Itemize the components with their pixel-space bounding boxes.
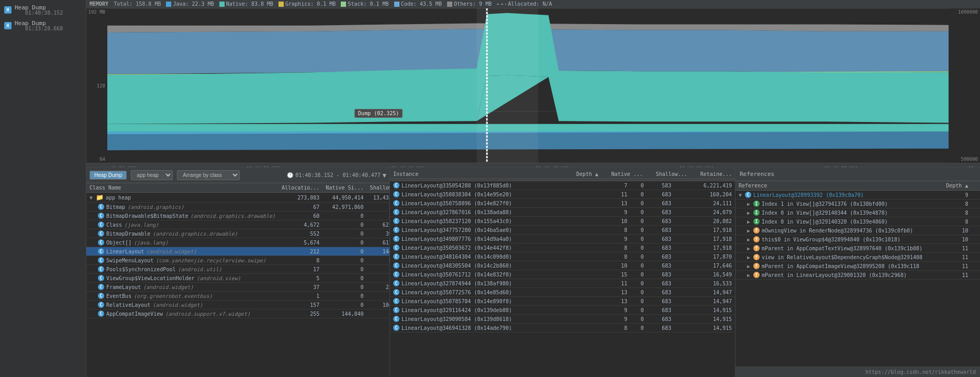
ref-table-row[interactable]: ▶fmParent in AppCompatImageView@32899520… bbox=[736, 262, 980, 271]
instance-name-text: LinearLayout@350758896 (0x14e827f0) bbox=[402, 201, 512, 206]
ref-expand-arrow[interactable]: ▶ bbox=[747, 228, 750, 234]
instance-table-container[interactable]: CLinearLayout@335054288 (0x13f885d0)7058… bbox=[390, 181, 735, 377]
ref-expand-arrow[interactable]: ▶ bbox=[747, 254, 750, 260]
ref-table-row[interactable]: ▼CLinearLayout@328993392 (0x139c0a70)906… bbox=[736, 191, 980, 199]
class-type-icon: C bbox=[98, 213, 104, 219]
instance-row[interactable]: CLinearLayout@358237120 (0x155a43c0)1006… bbox=[390, 217, 735, 226]
chart-canvas[interactable]: 192 MB 128 64 1000000 500000 bbox=[86, 8, 980, 163]
instance-row[interactable]: CLinearLayout@327867016 (0x138ada88)9068… bbox=[390, 208, 735, 217]
heap-cell-classname: CRelativeLayout (android.widget) bbox=[86, 301, 279, 309]
instance-row[interactable]: CLinearLayout@350758896 (0x14e827f0)1306… bbox=[390, 199, 735, 208]
ref-expand-arrow[interactable]: ▶ bbox=[747, 201, 750, 207]
ref-expand-arrow[interactable]: ▶ bbox=[747, 272, 750, 278]
heap-table-row[interactable]: CClass (java.lang)4,6720621,26115,977,53… bbox=[86, 220, 389, 229]
heap-table-row[interactable]: CViewGroup$ViewLocationHolder (android.v… bbox=[86, 274, 389, 283]
heap-table-container[interactable]: Class Name Allocatio... Native Si... Sha… bbox=[86, 183, 389, 377]
heap-dump-button[interactable]: Heap Dump bbox=[90, 171, 127, 180]
ref-table-row[interactable]: ▶IIndex 1 in View[]@327941376 (0x138bfd0… bbox=[736, 199, 980, 208]
instance-row[interactable]: CLinearLayout@329090584 (0x139d8618)9068… bbox=[390, 315, 735, 324]
instance-row[interactable]: CLinearLayout@329116424 (0x139deb08)9068… bbox=[390, 306, 735, 315]
heap-table-row[interactable]: CBitmapDrawable (android.graphics.drawab… bbox=[86, 229, 389, 238]
instance-col-retained[interactable]: Retaine... bbox=[691, 170, 735, 179]
heap-table-row[interactable]: CBitmap (android.graphics)6742,971,8602,… bbox=[86, 203, 389, 212]
instance-col-shallow[interactable]: Shallow... bbox=[646, 170, 691, 179]
instance-cell-c3: 683 bbox=[647, 315, 675, 324]
instance-col-depth[interactable]: Depth ▲ bbox=[568, 170, 602, 179]
ref-cell-native: 0 bbox=[971, 191, 980, 199]
instance-cell-c1: 11 bbox=[608, 279, 630, 288]
heap-table-row[interactable]: CObject[] (java.lang)5,6740617,30010,065… bbox=[86, 238, 389, 247]
ref-table-row[interactable]: ▶fview in RelativeLayout$DependencyGraph… bbox=[736, 253, 980, 262]
ref-table-container[interactable]: Reference Depth ▲ Native ... Shallow... … bbox=[736, 181, 980, 367]
instance-row[interactable]: CLinearLayout@350772576 (0x14e85d60)1306… bbox=[390, 288, 735, 297]
heap-table-row[interactable]: CRelativeLayout (android.widget)1570104,… bbox=[86, 301, 389, 309]
instance-row[interactable]: CLinearLayout@327874944 (0x138af980)1106… bbox=[390, 279, 735, 288]
ref-table-row[interactable]: ▶IIndex 0 in View[]@329140344 (0x139e487… bbox=[736, 208, 980, 217]
heap-table-row[interactable]: CBitmapDrawable$BitmapState (android.gra… bbox=[86, 212, 389, 220]
ref-table-row[interactable]: ▶IIndex 0 in View[]@329140320 (0x139e486… bbox=[736, 217, 980, 226]
ref-table-row[interactable]: ▶fthis$0 in ViewGroup$4@328994840 (0x139… bbox=[736, 235, 980, 244]
ref-table-row[interactable]: ▶fmParent in LinearLayout@329001320 (0x1… bbox=[736, 271, 980, 280]
ref-col-depth[interactable]: Depth ▲ bbox=[926, 181, 971, 191]
instance-row[interactable]: CLinearLayout@350503672 (0x14e442f8)8068… bbox=[390, 243, 735, 252]
heap-cell-alloc: 67 bbox=[279, 203, 322, 212]
sidebar-item-heap2[interactable]: H Heap Dump 01:33:28.668 bbox=[0, 18, 86, 34]
instance-cell-c3: 683 bbox=[647, 217, 675, 226]
col-native-size[interactable]: Native Si... bbox=[322, 183, 366, 193]
instance-row[interactable]: CLinearLayout@335054288 (0x13f885d0)7058… bbox=[390, 181, 735, 190]
time-axis: 40:30.000 01:40:35.000 01:40:40.000 01:4… bbox=[86, 163, 980, 168]
instance-row[interactable]: CLinearLayout@349807776 (0x14d9a4a0)9068… bbox=[390, 235, 735, 243]
instance-row[interactable]: CLinearLayout@347757280 (0x14ba5ae0)8068… bbox=[390, 226, 735, 235]
heap-table-row[interactable]: CEventBus (org.greenrobot.eventbus)10626… bbox=[86, 292, 389, 301]
instance-row[interactable]: CLinearLayout@348164304 (0x14c090d0)8068… bbox=[390, 252, 735, 261]
col-class-name[interactable]: Class Name bbox=[86, 183, 279, 193]
instance-cell-c4: 14,947 bbox=[674, 288, 735, 297]
sidebar-item-heap1[interactable]: H Heap Dump 01:40:38.152 bbox=[0, 2, 86, 18]
col-allocation[interactable]: Allocatio... bbox=[279, 183, 322, 193]
memory-chart-area: MEMORY Total: 158.8 MB Java: 22.3 MB Nat… bbox=[86, 0, 980, 168]
instance-name-text: LinearLayout@327867016 (0x138ada88) bbox=[402, 209, 512, 215]
instance-row[interactable]: CLinearLayout@350761712 (0x14e832f0)1506… bbox=[390, 270, 735, 279]
class-package: (android.widget) bbox=[152, 302, 203, 308]
ref-expand-arrow[interactable]: ▶ bbox=[747, 246, 750, 251]
ref-type-icon: I bbox=[753, 201, 760, 207]
heap-table-row[interactable]: CLinearLayout (android.widget)2120144,79… bbox=[86, 247, 389, 256]
instance-col-native[interactable]: Native ... bbox=[602, 170, 646, 179]
ref-name-text: Index 0 in View[]@329140320 (0x139e4860) bbox=[762, 219, 888, 225]
instance-cell-c1: 9 bbox=[608, 306, 630, 315]
instance-row[interactable]: CLinearLayout@350785784 (0x14e890f8)1306… bbox=[390, 297, 735, 306]
ref-expand-arrow[interactable]: ▶ bbox=[747, 263, 750, 269]
instance-type-icon: C bbox=[393, 245, 399, 251]
ref-table-row[interactable]: ▶fmParent in AppCompatTextView@328997640… bbox=[736, 244, 980, 253]
instance-name-text: LinearLayout@350761712 (0x14e832f0) bbox=[402, 272, 512, 278]
ref-col-reference[interactable]: Reference bbox=[736, 181, 926, 191]
instance-row[interactable]: CLinearLayout@350838304 (0x14e95e20)1106… bbox=[390, 190, 735, 199]
heap-table-row[interactable]: CPools$SynchronizedPool (android.util)17… bbox=[86, 265, 389, 274]
instance-cell-c1: 13 bbox=[608, 199, 630, 208]
arrange-select[interactable]: Arrange by class bbox=[177, 170, 240, 180]
ref-name-text: Index 1 in View[]@327941376 (0x138bfd00) bbox=[762, 201, 888, 207]
instance-row[interactable]: CLinearLayout@346941328 (0x14ade790)8068… bbox=[390, 324, 735, 332]
heap-table-row[interactable]: ▼📁app heap273,08344,950,41413,433,243200… bbox=[86, 193, 389, 203]
chart-svg[interactable] bbox=[107, 8, 949, 163]
ref-expand-arrow[interactable]: ▶ bbox=[747, 219, 750, 225]
filter-icon[interactable]: ▼ bbox=[383, 172, 386, 179]
instance-col-name[interactable]: Instance bbox=[390, 170, 568, 179]
heap-table-row[interactable]: CFrameLayout (android.widget)37023,8656,… bbox=[86, 283, 389, 292]
heap-table-row[interactable]: CAppCompatImageView (android.support.v7.… bbox=[86, 309, 389, 318]
ref-table-row[interactable]: ▶fmOwningView in RenderNode@328994736 (0… bbox=[736, 226, 980, 235]
ref-expand-arrow[interactable]: ▶ bbox=[747, 210, 750, 216]
svg-rect-5 bbox=[477, 8, 539, 163]
ref-expand-arrow[interactable]: ▶ bbox=[747, 237, 750, 242]
ref-expand-arrow[interactable]: ▼ bbox=[739, 192, 742, 198]
heap-table-row[interactable]: CSwipeMenuLayout (com.yanzhenjie.recycle… bbox=[86, 256, 389, 265]
heap-cell-shallow: 62 bbox=[367, 292, 389, 301]
expand-arrow[interactable]: ▼ bbox=[90, 195, 93, 201]
heap-cell-native: 0 bbox=[322, 229, 366, 238]
instance-name-text: LinearLayout@350772576 (0x14e85d60) bbox=[402, 290, 512, 295]
ref-col-native[interactable]: Native ... bbox=[971, 181, 980, 191]
app-heap-select[interactable]: app heap bbox=[131, 170, 173, 180]
col-shallow[interactable]: Shallow ... bbox=[367, 183, 389, 193]
instance-cell-c3: 583 bbox=[647, 181, 675, 190]
instance-row[interactable]: CLinearLayout@348305504 (0x14c2b860)1006… bbox=[390, 261, 735, 270]
